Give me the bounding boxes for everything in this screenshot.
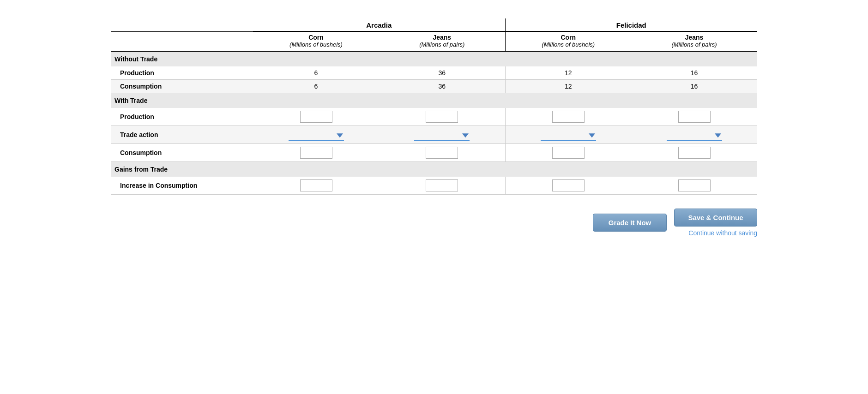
gains-section: Gains from Trade: [111, 162, 757, 177]
felicidad-corn-trade-cell: Export Import: [505, 126, 631, 144]
felicidad-label: Felicidad: [616, 21, 646, 29]
with-trade-section: With Trade: [111, 93, 757, 108]
with-trade-production-row: Production: [111, 108, 757, 126]
without-trade-section: Without Trade: [111, 51, 757, 66]
with-trade-label: With Trade: [111, 93, 757, 108]
felicidad-corn-increase-input-cell: [505, 177, 631, 195]
arcadia-corn-prod-value: 6: [253, 66, 379, 80]
arcadia-corn-cons-value: 6: [253, 80, 379, 93]
felicidad-corn-cons-input-cell: [505, 144, 631, 162]
empty-header: [111, 18, 253, 31]
felicidad-header: Felicidad: [505, 18, 757, 31]
felicidad-corn-trade-select[interactable]: Export Import: [541, 129, 596, 141]
felicidad-corn-prod-input-cell: [505, 108, 631, 126]
main-table: Arcadia Felicidad Corn Jeans Corn Jeans: [111, 18, 757, 195]
production-label-1: Production: [111, 66, 253, 80]
without-trade-consumption-row: Consumption 6 36 12 16: [111, 80, 757, 93]
production-label-2: Production: [111, 108, 253, 126]
arcadia-corn-unit: (Millions of bushels): [253, 41, 379, 51]
without-trade-production-row: Production 6 36 12 16: [111, 66, 757, 80]
felicidad-jeans-trade-select[interactable]: Export Import: [667, 129, 722, 141]
arcadia-jeans-unit: (Millions of pairs): [379, 41, 505, 51]
arcadia-jeans-trade-select[interactable]: Export Import: [414, 129, 470, 141]
felicidad-jeans-cons-value: 16: [631, 80, 757, 93]
with-trade-consumption-row: Consumption: [111, 144, 757, 162]
arcadia-corn-trade-wrapper: Export Import: [289, 129, 344, 141]
felicidad-jeans-prod-input-cell: [631, 108, 757, 126]
arcadia-jeans-trade-cell: Export Import: [379, 126, 505, 144]
empty-unit: [111, 41, 253, 51]
save-continue-col: Save & Continue Continue without saving: [674, 209, 757, 237]
arcadia-corn-increase-input[interactable]: [300, 179, 332, 191]
arcadia-jeans-cons-input[interactable]: [426, 147, 458, 159]
felicidad-jeans-header: Jeans: [631, 31, 757, 41]
trade-action-label: Trade action: [111, 126, 253, 144]
arcadia-label: Arcadia: [366, 21, 392, 29]
without-trade-label: Without Trade: [111, 51, 757, 66]
felicidad-corn-unit: (Millions of bushels): [505, 41, 631, 51]
arcadia-header: Arcadia: [253, 18, 505, 31]
arcadia-jeans-increase-input-cell: [379, 177, 505, 195]
arcadia-corn-cons-input[interactable]: [300, 147, 332, 159]
unit-header-row: (Millions of bushels) (Millions of pairs…: [111, 41, 757, 51]
felicidad-jeans-increase-input[interactable]: [678, 179, 711, 191]
felicidad-jeans-cons-input-cell: [631, 144, 757, 162]
arcadia-jeans-header: Jeans: [379, 31, 505, 41]
gains-label: Gains from Trade: [111, 162, 757, 177]
felicidad-corn-cons-input[interactable]: [552, 147, 585, 159]
consumption-label-2: Consumption: [111, 144, 253, 162]
empty-product: [111, 31, 253, 41]
arcadia-corn-trade-select[interactable]: Export Import: [289, 129, 344, 141]
felicidad-jeans-prod-value: 16: [631, 66, 757, 80]
increase-consumption-label: Increase in Consumption: [111, 177, 253, 195]
arcadia-corn-header: Corn: [253, 31, 379, 41]
felicidad-jeans-prod-input[interactable]: [678, 111, 711, 123]
arcadia-jeans-cons-input-cell: [379, 144, 505, 162]
buttons-area: Grade It Now Save & Continue Continue wi…: [111, 209, 757, 237]
felicidad-corn-header: Corn: [505, 31, 631, 41]
arcadia-corn-cons-input-cell: [253, 144, 379, 162]
arcadia-corn-trade-cell: Export Import: [253, 126, 379, 144]
save-continue-button[interactable]: Save & Continue: [674, 209, 757, 227]
felicidad-corn-increase-input[interactable]: [552, 179, 585, 191]
grade-button[interactable]: Grade It Now: [593, 214, 667, 232]
arcadia-jeans-prod-value: 36: [379, 66, 505, 80]
arcadia-jeans-cons-value: 36: [379, 80, 505, 93]
felicidad-jeans-trade-cell: Export Import: [631, 126, 757, 144]
product-header-row: Corn Jeans Corn Jeans: [111, 31, 757, 41]
consumption-label-1: Consumption: [111, 80, 253, 93]
felicidad-corn-prod-input[interactable]: [552, 111, 585, 123]
felicidad-jeans-trade-wrapper: Export Import: [667, 129, 722, 141]
arcadia-jeans-increase-input[interactable]: [426, 179, 458, 191]
felicidad-corn-trade-wrapper: Export Import: [541, 129, 596, 141]
felicidad-corn-prod-value: 12: [505, 66, 631, 80]
arcadia-corn-increase-input-cell: [253, 177, 379, 195]
felicidad-corn-cons-value: 12: [505, 80, 631, 93]
felicidad-jeans-increase-input-cell: [631, 177, 757, 195]
arcadia-corn-prod-input[interactable]: [300, 111, 332, 123]
country-header-row: Arcadia Felicidad: [111, 18, 757, 31]
felicidad-jeans-unit: (Millions of pairs): [631, 41, 757, 51]
increase-consumption-row: Increase in Consumption: [111, 177, 757, 195]
arcadia-jeans-prod-input-cell: [379, 108, 505, 126]
arcadia-jeans-trade-wrapper: Export Import: [414, 129, 470, 141]
save-continue-row: Save & Continue: [674, 209, 757, 227]
arcadia-corn-prod-input-cell: [253, 108, 379, 126]
trade-action-row: Trade action Export Import Export Impo: [111, 126, 757, 144]
continue-without-saving-link[interactable]: Continue without saving: [688, 229, 757, 237]
felicidad-jeans-cons-input[interactable]: [678, 147, 711, 159]
arcadia-jeans-prod-input[interactable]: [426, 111, 458, 123]
page-wrapper: Arcadia Felicidad Corn Jeans Corn Jeans: [111, 9, 757, 237]
